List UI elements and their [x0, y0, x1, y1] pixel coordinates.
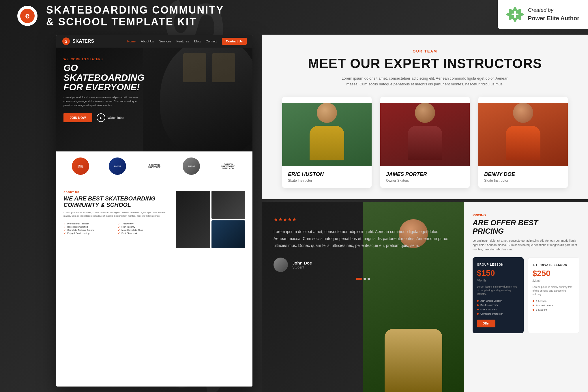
feature-3-text: Complete Training Ground: [67, 229, 94, 231]
team-section: OUR TEAM MEET OUR EXPERT INSTRUCTORS Lor…: [262, 35, 588, 199]
hero-skater-image: [143, 48, 252, 151]
team-cards: ERIC HUSTON Skate Instructor JAMES PORTE…: [279, 97, 571, 188]
group-feature-2: Pro Instructor's: [477, 304, 519, 307]
person-body-3: [506, 126, 540, 160]
pricing-description: Lorem ipsum dolor sit amet, consectetuer…: [473, 239, 579, 252]
features-grid: ✓ Professional Teacher ✓ Have Been Certi…: [63, 222, 170, 235]
svg-text:S: S: [65, 39, 67, 44]
dot-group-4: [477, 313, 479, 315]
nav-cta-button[interactable]: Contact Us: [222, 38, 247, 45]
bottom-section: ★★★★★ Lorem ipsum dolor sit amet, consec…: [262, 202, 588, 392]
team-card-img-3: [478, 103, 568, 166]
group-feature-3: Max 6 Student: [477, 308, 519, 311]
pricing-title: ARE OFFER BEST PRICING: [473, 219, 579, 235]
team-card-1: ERIC HUSTON Skate Instructor: [282, 97, 372, 188]
hero-description: Lorem ipsum dolor sit amet, consectetuer…: [63, 96, 138, 108]
team-card-info-3: BENNY DOE Skate Instructor: [478, 166, 568, 188]
team-description: Lorem ipsum dolor sit amet, consectetuer…: [338, 76, 512, 87]
dot-private-2: [533, 305, 534, 306]
testimonial-info: John Doe Student: [292, 260, 312, 269]
testimonial-person: John Doe Student: [274, 258, 452, 272]
nav-about[interactable]: About Us: [141, 40, 154, 43]
check-icon-4: ✓: [63, 232, 66, 235]
testimonial-section: ★★★★★ Lorem ipsum dolor sit amet, consec…: [262, 202, 464, 392]
header-title: SKATEBOARDING COMMUNITY & SCHOOL TEMPLAT…: [46, 4, 224, 28]
team-card-img-2: [380, 103, 470, 166]
group-feature-1-text: Join Group Lesson: [480, 299, 502, 302]
brand-dogtown: DOGTOWNSKATESHOP: [143, 159, 166, 173]
private-plan-period: /Month: [533, 279, 575, 282]
team-card-2: JAMES PORTER Owner Skaters: [380, 97, 470, 188]
nav-home[interactable]: Home: [127, 40, 136, 43]
team-role-3: Skate Instructor: [484, 179, 562, 183]
dot-2: [364, 278, 366, 280]
skater-figure: [160, 48, 252, 151]
person-head-2: [415, 103, 435, 123]
private-plan-price: $250: [533, 269, 575, 278]
dot-private-3: [533, 309, 534, 311]
check-icon-2: ✓: [63, 225, 66, 228]
features-right: ✓ Trustworthy ✓ High Integrity ✓ Most Co…: [118, 222, 170, 235]
feature-certified: ✓ Have Been Certified: [63, 225, 116, 228]
brand-deadskate: DEADSKATE: [69, 159, 92, 173]
hero-title-line1: GO SKATEBOARDING: [63, 63, 150, 82]
dot-group-2: [477, 304, 479, 306]
feature-6-text: High Integrity: [121, 226, 135, 228]
watch-intro-button[interactable]: ▶ Watch Intro: [97, 113, 124, 122]
feature-7-text: Most Complete Shop: [121, 229, 143, 231]
testimonial-quote: Lorem ipsum dolor sit amet, consectetuer…: [274, 228, 452, 249]
group-feature-3-text: Max 6 Student: [480, 308, 497, 311]
pricing-title-line1: ARE OFFER BEST: [473, 218, 538, 227]
group-plan-period: /Month: [477, 279, 519, 282]
star-rating: ★★★★★: [274, 216, 452, 223]
pricing-card-private: 1-1 PRIVATE LESSON $250 /Month Lorem ips…: [528, 257, 580, 333]
dot-private-1: [533, 300, 534, 302]
nav-contact[interactable]: Contact: [206, 40, 217, 43]
team-card-3: BENNY DOE Skate Instructor: [478, 97, 568, 188]
feature-5-text: Trustworthy: [121, 222, 134, 225]
feature-shop: ✓ Most Complete Shop: [118, 228, 170, 232]
elementor-logo: e: [17, 6, 38, 26]
group-plan-price: $150: [477, 269, 519, 278]
pricing-cards: GROUP LESSON $150 /Month Lorem ipsum is …: [473, 257, 579, 333]
about-right: [176, 191, 245, 248]
feature-integrity: ✓ High Integrity: [118, 225, 170, 228]
hero-title-line2: FOR EVERYONE!: [63, 82, 150, 92]
join-now-button[interactable]: Join Now: [63, 113, 92, 122]
private-feature-1-text: 1 Lesson: [536, 300, 547, 303]
header-title-line2: & SCHOOL TEMPLATE KIT: [46, 16, 224, 28]
main-mockup: S SKATERS Home About Us Services Feature…: [56, 35, 252, 387]
group-feature-4-text: Complete Protector: [480, 312, 503, 315]
check-icon-5: ✓: [118, 222, 120, 225]
person-head-1: [317, 103, 337, 123]
feature-8-text: Best Skatepark: [121, 232, 137, 235]
team-card-img-1: [282, 103, 372, 166]
nav-services[interactable]: Services: [159, 40, 171, 43]
check-icon-6: ✓: [118, 225, 120, 228]
about-title: WE ARE BEST SKATEBOARDING COMMUNITY & SC…: [63, 195, 170, 208]
hero-title: GO SKATEBOARDING FOR EVERYONE!: [63, 63, 150, 92]
elementor-logo-inner: e: [20, 9, 35, 23]
nav-links: Home About Us Services Features Blog Con…: [127, 38, 247, 45]
nav-features[interactable]: Features: [177, 40, 189, 43]
feature-trustworthy: ✓ Trustworthy: [118, 222, 170, 225]
testimonial-avatar: [274, 258, 288, 272]
about-tag: ABOUT US: [63, 191, 170, 194]
team-name-1: ERIC HUSTON: [288, 171, 366, 177]
offer-button[interactable]: Offer: [477, 320, 495, 327]
team-role-1: Skate Instructor: [288, 179, 366, 183]
created-by-badge: Created by Power Elite Author: [498, 0, 588, 29]
features-left: ✓ Professional Teacher ✓ Have Been Certi…: [63, 222, 116, 235]
nav-blog[interactable]: Blog: [194, 40, 201, 43]
play-icon: ▶: [97, 113, 105, 122]
site-logo-icon: S: [62, 37, 70, 45]
pricing-card-group: GROUP LESSON $150 /Month Lorem ipsum is …: [473, 257, 524, 333]
feature-skatepark: ✓ Best Skatepark: [118, 232, 170, 235]
group-feature-1: Join Group Lesson: [477, 299, 519, 302]
private-feature-2-text: Pro Instructor's: [536, 304, 553, 307]
badge-text: Created by Power Elite Author: [528, 7, 579, 22]
group-plan-desc: Lorem ipsum is simply dummy text of the …: [477, 285, 519, 296]
person-body-2: [408, 126, 442, 160]
about-section: ABOUT US WE ARE BEST SKATEBOARDING COMMU…: [56, 181, 252, 258]
team-card-info-1: ERIC HUSTON Skate Instructor: [282, 166, 372, 188]
